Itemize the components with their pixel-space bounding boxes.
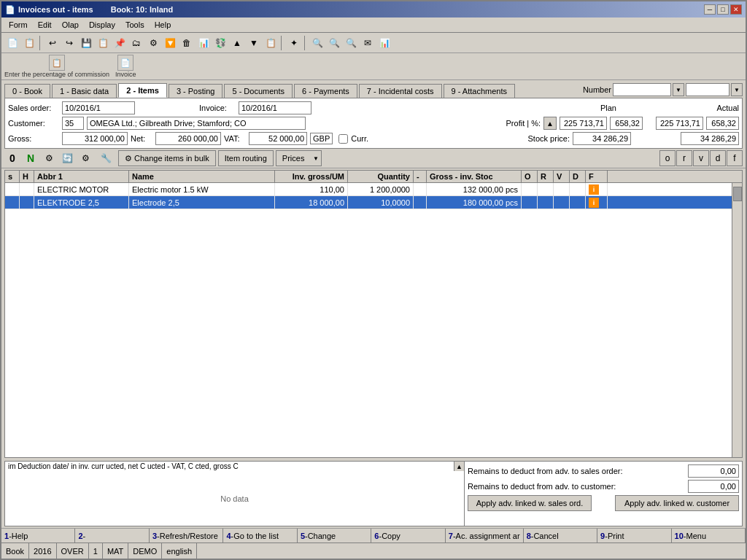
net-input[interactable] — [155, 132, 221, 145]
tb-new-button[interactable]: 📄 — [4, 35, 20, 51]
col-header-v[interactable]: V — [554, 171, 570, 182]
col-header-f[interactable]: F — [586, 171, 608, 182]
func-f2[interactable]: 2- — [75, 529, 149, 542]
tb-redo-button[interactable]: ↪ — [61, 35, 77, 51]
col-header-sort[interactable]: - — [414, 171, 427, 182]
action-btn6[interactable]: 🔧 — [96, 150, 116, 166]
tb-btn13[interactable]: 💱 — [212, 35, 228, 51]
scroll-thumb[interactable] — [733, 187, 742, 201]
tb-btn17[interactable]: ✦ — [286, 35, 302, 51]
profit-actual-1-input[interactable] — [656, 117, 703, 130]
vat-input[interactable] — [249, 132, 307, 145]
tb-btn11[interactable]: 🗑 — [179, 35, 195, 51]
tb-email-button[interactable]: ✉ — [360, 35, 376, 51]
col-header-gross[interactable]: Gross - inv. Stoc — [427, 171, 522, 182]
search-input[interactable] — [613, 83, 671, 96]
remains-customer-input[interactable] — [688, 480, 739, 493]
tb-btn12[interactable]: 📊 — [196, 35, 212, 51]
profit-actual-2-input[interactable] — [706, 117, 739, 130]
tab-attachments[interactable]: 9 - Attachments — [444, 84, 515, 98]
search-value-dropdown-button[interactable]: ▼ — [731, 83, 743, 96]
func-f5[interactable]: 5-Change — [298, 529, 371, 542]
grid-btn-o[interactable]: o — [659, 150, 676, 166]
customer-name-input[interactable] — [87, 117, 306, 130]
tb-btn16[interactable]: 📋 — [263, 35, 279, 51]
tab-documents[interactable]: 5 - Documents — [224, 84, 293, 98]
tb-btn19[interactable]: 🔍 — [326, 35, 342, 51]
col-header-o[interactable]: O — [522, 171, 538, 182]
func-f1[interactable]: 1-Help — [1, 529, 75, 542]
col-header-qty[interactable]: Quantity — [348, 171, 414, 182]
col-header-inv[interactable]: Inv. gross/UM — [275, 171, 348, 182]
commission-button[interactable]: 📋 Enter the percentage of commission — [4, 55, 109, 78]
menu-tools[interactable]: Tools — [121, 19, 149, 31]
tb-save-button[interactable]: 💾 — [78, 35, 94, 51]
grid-btn-v[interactable]: v — [693, 150, 709, 166]
invoice-input[interactable] — [239, 101, 311, 114]
col-header-d[interactable]: D — [570, 171, 586, 182]
search-dropdown-button[interactable]: ▼ — [673, 83, 684, 96]
gross-input[interactable] — [62, 132, 128, 145]
col-header-r[interactable]: R — [538, 171, 554, 182]
action-btn2[interactable]: N — [23, 150, 39, 166]
bottom-scroll-button[interactable]: ▲ — [454, 462, 464, 471]
func-f10[interactable]: 10-Menu — [672, 529, 746, 542]
stock-price-plan-input[interactable] — [573, 132, 631, 145]
stock-price-actual-input[interactable] — [681, 132, 739, 145]
prices-dropdown-button[interactable]: ▼ — [310, 150, 322, 166]
col-header-abbr[interactable]: Abbr 1 — [34, 171, 129, 182]
tb-btn9[interactable]: ⚙ — [145, 35, 161, 51]
menu-olap[interactable]: Olap — [58, 19, 83, 31]
change-items-bulk-button[interactable]: ⚙ Change items in bulk — [118, 150, 216, 166]
func-f6[interactable]: 6-Copy — [371, 529, 445, 542]
func-f3[interactable]: 3-Refresh/Restore — [150, 529, 223, 542]
action-refresh-button[interactable]: 🔄 — [59, 150, 75, 166]
prices-button[interactable]: Prices — [276, 150, 311, 166]
tab-basic[interactable]: 1 - Basic data — [52, 84, 117, 98]
action-gear-button[interactable]: ⚙ — [41, 150, 57, 166]
apply-sales-button[interactable]: Apply adv. linked w. sales ord. — [468, 495, 592, 511]
tb-btn20[interactable]: 🔍 — [343, 35, 359, 51]
func-f4[interactable]: 4-Go to the list — [223, 529, 297, 542]
tab-book[interactable]: 0 - Book — [4, 84, 50, 98]
profit-up-button[interactable]: ▲ — [543, 117, 557, 130]
tab-items[interactable]: 2 - Items — [118, 83, 167, 98]
tab-incidental[interactable]: 7 - Incidental costs — [359, 84, 442, 98]
search-value-input[interactable] — [686, 83, 729, 96]
tb-btn2[interactable]: 📋 — [21, 35, 37, 51]
menu-display[interactable]: Display — [85, 19, 120, 31]
tb-btn22[interactable]: 📊 — [376, 35, 392, 51]
sales-order-input[interactable] — [62, 101, 135, 114]
curr-checkbox[interactable] — [338, 134, 348, 144]
profit-plan-2-input[interactable] — [610, 117, 643, 130]
tb-search-button[interactable]: 🔍 — [309, 35, 325, 51]
col-header-name[interactable]: Name — [129, 171, 275, 182]
grid-btn-r[interactable]: r — [676, 150, 692, 166]
table-row[interactable]: ELEKTRODE 2,5 Electrode 2,5 18 000,00 10… — [5, 196, 732, 209]
grid-vertical-scrollbar[interactable] — [732, 183, 742, 457]
table-row[interactable]: ELECTRIC MOTOR Electric motor 1.5 kW 110… — [5, 183, 732, 196]
tb-paste-button[interactable]: 📌 — [112, 35, 128, 51]
func-f7[interactable]: 7-Ac. assignment ar — [446, 529, 524, 542]
action-new-button[interactable]: 0 — [4, 150, 20, 166]
tb-undo-button[interactable]: ↩ — [44, 35, 61, 51]
customer-id-input[interactable] — [62, 117, 84, 130]
apply-customer-button[interactable]: Apply adv. linked w. customer — [615, 495, 739, 511]
tb-filter-button[interactable]: 🔽 — [162, 35, 178, 51]
func-f9[interactable]: 9-Print — [597, 529, 671, 542]
remains-sales-input[interactable] — [688, 464, 739, 478]
grid-btn-f[interactable]: f — [727, 150, 743, 166]
tb-arrow-up-button[interactable]: ▲ — [229, 35, 245, 51]
minimize-button[interactable]: ─ — [704, 4, 716, 15]
maximize-button[interactable]: □ — [717, 4, 729, 15]
tab-payments[interactable]: 6 - Payments — [294, 84, 357, 98]
tb-arrow-down-button[interactable]: ▼ — [246, 35, 262, 51]
tb-btn8[interactable]: 🗂 — [128, 35, 144, 51]
invoice-button[interactable]: 📄 Invoice — [115, 55, 136, 78]
close-button[interactable]: ✕ — [730, 4, 742, 15]
tb-copy-button[interactable]: 📋 — [95, 35, 111, 51]
tab-posting[interactable]: 3 - Posting — [169, 84, 223, 98]
func-f8[interactable]: 8-Cancel — [524, 529, 597, 542]
grid-btn-d[interactable]: d — [710, 150, 726, 166]
item-routing-button[interactable]: Item routing — [218, 150, 274, 166]
